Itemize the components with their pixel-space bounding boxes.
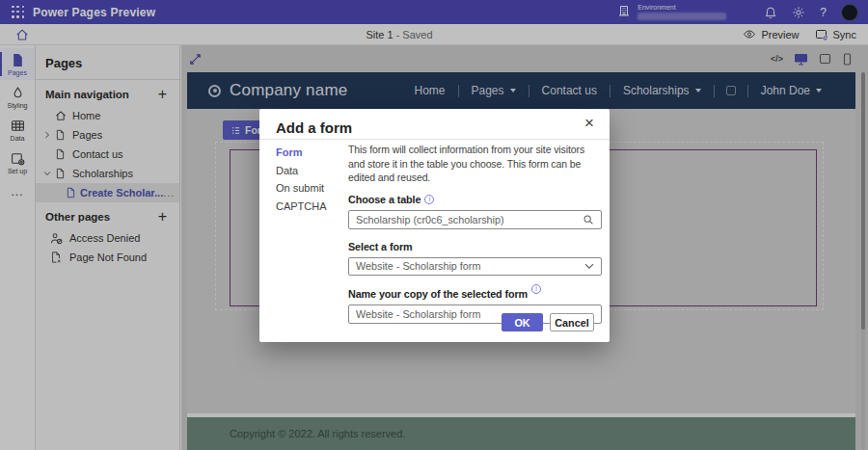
- form-select-dropdown[interactable]: Website - Scholarship form: [348, 257, 602, 276]
- cancel-button[interactable]: Cancel: [550, 313, 594, 331]
- table-search-box: [348, 210, 602, 229]
- choose-table-label: Choose a table: [348, 194, 420, 205]
- table-search-input[interactable]: [356, 214, 583, 225]
- dialog-title: Add a form: [276, 119, 352, 136]
- dialog-description: This form will collect information from …: [348, 143, 602, 185]
- power-pages-studio: Power Pages Preview Environment: [0, 0, 868, 450]
- tab-captcha[interactable]: CAPTCHA: [276, 201, 327, 213]
- close-icon[interactable]: ×: [580, 114, 599, 133]
- dialog-tab-list: Form Data On submit CAPTCHA: [276, 147, 327, 212]
- select-form-label: Select a form: [348, 241, 413, 252]
- ok-button[interactable]: OK: [502, 313, 543, 331]
- tab-form[interactable]: Form: [276, 147, 327, 159]
- dialog-content: This form will collect information from …: [348, 143, 602, 324]
- name-copy-label: Name your copy of the selected form: [348, 288, 528, 300]
- info-icon[interactable]: i: [424, 195, 434, 204]
- add-form-dialog: Add a form × Form Data On submit CAPTCHA…: [259, 109, 610, 342]
- tab-data[interactable]: Data: [276, 166, 327, 177]
- tab-on-submit[interactable]: On submit: [276, 183, 327, 195]
- info-icon[interactable]: i: [531, 284, 541, 294]
- search-icon[interactable]: [583, 214, 594, 225]
- chevron-down-icon: [584, 263, 594, 270]
